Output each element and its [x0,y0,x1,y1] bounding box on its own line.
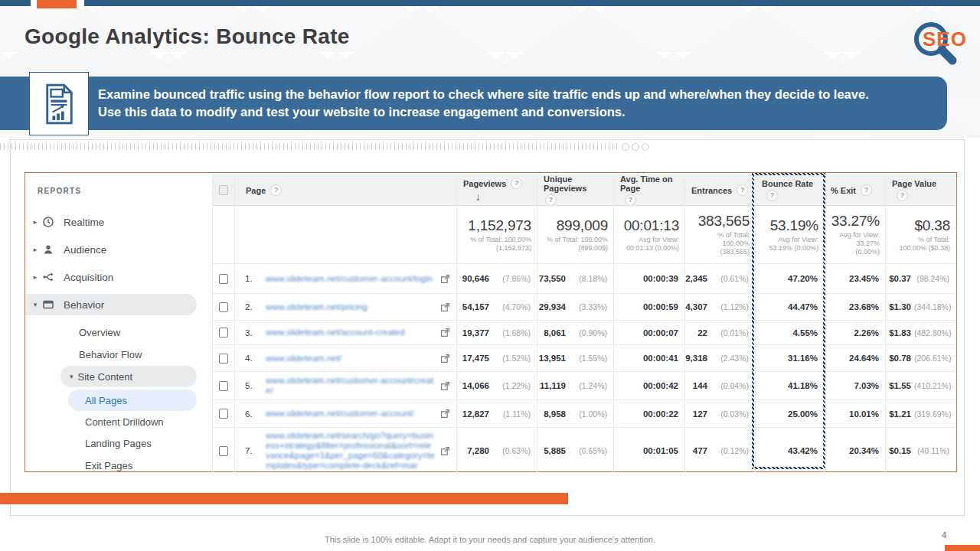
sidebar-label: Overview [79,327,120,338]
sidebar-item-realtime[interactable]: ▸ Realtime [25,211,212,233]
row-checkbox[interactable] [219,274,228,284]
external-link-icon[interactable] [440,328,450,337]
sidebar-heading: REPORTS [38,187,81,195]
table-header-row: Page ? Pageviews ? ↓ Unique Pageviews ? … [213,174,956,206]
description-banner: Examine bounced traffic using the behavi… [0,77,947,130]
sidebar-item-landing-pages[interactable]: Landing Pages [85,432,152,454]
banner-text: Examine bounced traffic using the behavi… [98,86,925,121]
sidebar-item-site-content[interactable]: ▾ Site Content [60,366,197,387]
summary-bounce-rate: 53.19% Avg for View: 53.19% (0.00%) [755,206,824,263]
external-link-icon[interactable] [440,302,450,312]
select-all-checkbox[interactable] [219,185,228,195]
col-header-page-value[interactable]: Page Value ? [885,174,956,206]
row-index: 1. [245,274,257,283]
chevron-right-icon: ▸ [31,218,39,226]
summary-unique-pageviews: 899,009 % of Total: 100.00% (899,009) [537,206,613,263]
help-icon[interactable]: ? [766,190,778,201]
clock-icon [42,216,54,228]
sidebar-label: Realtime [64,217,104,228]
page-url-link[interactable]: www.slideteam.net/account-created [266,328,436,337]
summary-entrances: 383,565 % of Total: 100.00% (383,565) [684,206,755,263]
slide: Google Analytics: Bounce Rate SEO Examin… [0,0,980,551]
report-document-icon [43,83,75,126]
sidebar-item-exit-pages[interactable]: Exit Pages [85,455,132,471]
chevron-down-icon: ▾ [31,301,39,308]
row-index: 6. [245,409,257,419]
summary-page-value: $0.38 % of Total: 100.00% ($0.38) [885,206,956,263]
bottom-accent-bar [0,493,568,504]
table-row: 2. www.slideteam.net/pricing 54,157(4.70… [213,293,956,320]
table-row: 5. www.slideteam.net/customer-account/cr… [213,371,956,399]
col-header-unique-pageviews[interactable]: Unique Pageviews ? [537,174,613,206]
decorative-dots [622,143,649,151]
external-link-icon[interactable] [440,354,450,364]
page-url-link[interactable]: www.slideteam.net/customer-account/login [266,274,436,284]
help-icon[interactable]: ? [897,190,908,201]
external-link-icon[interactable] [440,274,450,284]
row-index: 7. [245,446,257,455]
help-icon[interactable]: ? [861,184,872,196]
help-icon[interactable]: ? [511,178,522,189]
sidebar-label: All Pages [85,395,127,406]
col-header-pageviews[interactable]: Pageviews ? ↓ [456,174,537,206]
external-link-icon[interactable] [440,381,450,391]
row-checkbox[interactable] [219,328,228,337]
page-url-link[interactable]: www.slideteam.net/pricing [266,302,436,312]
seo-logo: SEO [908,14,978,69]
page-number: 4 [934,530,954,540]
col-header-pct-exit[interactable]: % Exit ? [824,174,885,206]
ga-sidebar: REPORTS ▸ Realtime ▸ Audience ▸ [25,173,212,471]
sidebar-item-overview[interactable]: Overview [79,321,120,343]
select-all-cell [213,174,234,206]
row-index: 2. [245,302,257,311]
row-checkbox[interactable] [219,446,228,456]
page-url-link[interactable]: www.slideteam.net/customer-account/creat… [266,376,436,396]
magnifier-handle-icon [942,50,952,60]
chevron-right-icon: ▸ [31,273,39,281]
banner-icon-box [29,72,89,135]
sidebar-item-content-drilldown[interactable]: Content Drilldown [85,411,164,432]
sidebar-label: Content Drilldown [85,416,164,428]
help-icon[interactable]: ? [737,184,748,196]
row-checkbox[interactable] [219,381,228,391]
col-header-entrances[interactable]: Entrances ? [684,174,755,206]
ga-report-screenshot: REPORTS ▸ Realtime ▸ Audience ▸ [24,172,957,472]
sidebar-item-audience[interactable]: ▸ Audience [25,239,212,260]
decorative-ruler [0,143,617,150]
sort-descending-icon: ↓ [475,191,481,203]
row-checkbox[interactable] [219,354,228,364]
col-header-page[interactable]: Page ? [234,174,456,206]
summary-avg-time: 00:01:13 Avg for View: 00:01:13 (0.00%) [613,206,684,263]
external-link-icon[interactable] [440,446,450,456]
table-row: 7. www.slideteam.net/search/go?query=bus… [213,427,956,474]
top-accent-bar [0,0,980,6]
external-link-icon[interactable] [440,409,450,419]
table-row: 3. www.slideteam.net/account-created 19,… [213,320,956,344]
sidebar-item-behavior[interactable]: ▾ Behavior [25,294,197,315]
banner-line-1: Examine bounced traffic using the behavi… [98,86,925,103]
page-url-link[interactable]: www.slideteam.net/search/go?query=busine… [266,431,436,471]
col-header-bounce-rate[interactable]: Bounce Rate ? [755,174,824,206]
row-index: 4. [245,354,257,363]
acquisition-icon [42,271,54,283]
row-checkbox[interactable] [219,409,228,419]
sidebar-label: Audience [64,244,106,256]
sidebar-item-all-pages[interactable]: All Pages [68,390,197,411]
summary-pageviews: 1,152,973 % of Total: 100.00% (1,152,973… [456,206,537,263]
help-icon[interactable]: ? [545,194,557,206]
page-url-link[interactable]: www.slideteam.net/customer-account/ [266,409,436,419]
sidebar-item-behavior-flow[interactable]: Behavior Flow [79,344,142,365]
ga-data-table: Page ? Pageviews ? ↓ Unique Pageviews ? … [212,174,956,474]
sidebar-item-acquisition[interactable]: ▸ Acquisition [25,266,212,288]
help-icon[interactable]: ? [270,184,282,196]
sidebar-label: Acquisition [64,272,113,283]
row-index: 5. [245,381,257,390]
help-icon[interactable]: ? [625,194,636,206]
col-header-avg-time[interactable]: Avg. Time on Page ? [613,174,684,206]
chevron-down-icon: ▾ [70,373,74,380]
person-icon [42,243,54,256]
page-url-link[interactable]: www.slideteam.net/ [266,354,436,364]
row-checkbox[interactable] [219,302,228,312]
sidebar-label: Site Content [78,371,133,383]
corner-accent [945,545,980,551]
